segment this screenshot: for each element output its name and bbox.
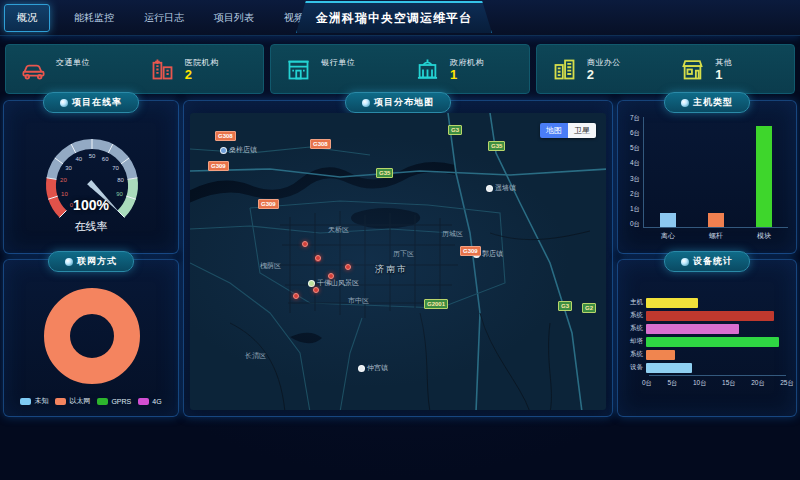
- stat-label: 其他: [715, 57, 732, 68]
- panel-title: 项目在线率: [72, 96, 122, 109]
- x-axis-labels: 离心 螺杆 模块: [644, 231, 788, 241]
- tab-project-list[interactable]: 项目列表: [214, 11, 254, 25]
- map-district-label: 槐荫区: [260, 261, 281, 271]
- stats-row: 交通单位 医院机构 2: [5, 44, 795, 94]
- device-row: 设备: [624, 361, 786, 374]
- project-marker[interactable]: [345, 264, 351, 270]
- device-row: 却塔: [624, 335, 786, 348]
- stat-transport: 交通单位: [6, 56, 135, 83]
- svg-text:40: 40: [75, 156, 82, 162]
- map-tint: [190, 113, 606, 410]
- bar-screw: [708, 213, 724, 228]
- device-stats-chart: 主机 系统 系统 却塔 系统 设备: [624, 296, 786, 374]
- poi-dot-icon: [308, 280, 315, 287]
- store-icon: [679, 56, 706, 83]
- road-badge: G309: [460, 246, 481, 256]
- road-badge: G2001: [424, 299, 448, 309]
- stats-icon: [681, 258, 689, 266]
- project-marker[interactable]: [293, 293, 299, 299]
- device-row: 主机: [624, 296, 786, 309]
- bar-modular: [756, 126, 772, 228]
- device-row: 系统: [624, 309, 786, 322]
- stat-hospital: 医院机构 2: [135, 56, 264, 83]
- government-icon: [414, 56, 441, 83]
- legend-swatch: [55, 398, 66, 405]
- panel-network-header: 联网方式: [48, 251, 134, 272]
- road-badge: G309: [208, 161, 229, 171]
- map-poi: 遥墙镇: [486, 183, 516, 193]
- svg-text:30: 30: [65, 165, 72, 171]
- map-mode-button[interactable]: 地图: [540, 123, 568, 138]
- bank-icon: [285, 56, 312, 83]
- legend-label: 4G: [152, 398, 161, 405]
- project-marker[interactable]: [328, 273, 334, 279]
- project-marker[interactable]: [302, 241, 308, 247]
- bar-device: [646, 363, 692, 373]
- bar-centrifugal: [660, 213, 676, 228]
- stat-bank: 银行单位: [271, 56, 400, 83]
- panel-online-rate-header: 项目在线率: [43, 92, 139, 113]
- road-badge: G309: [258, 199, 279, 209]
- road-badge: G3: [558, 301, 572, 311]
- legend-label: GPRS: [111, 398, 131, 405]
- network-legend: 未知 以太网 GPRS 4G: [4, 396, 178, 406]
- map-poi: 仲宫镇: [358, 363, 388, 373]
- stat-value: 2: [587, 68, 621, 82]
- device-row: 系统: [624, 322, 786, 335]
- svg-text:60: 60: [102, 156, 109, 162]
- project-marker[interactable]: [313, 287, 319, 293]
- stat-card-2: 银行单位 政府机构 1: [270, 44, 529, 94]
- panel-network-type: 联网方式 未知 以太网 GPRS 4G: [3, 259, 179, 417]
- legend-item-4g[interactable]: 4G: [138, 396, 161, 406]
- tab-energy-monitor[interactable]: 能耗监控: [74, 11, 114, 25]
- map-district-label: 长清区: [245, 351, 266, 361]
- bar-host: [646, 298, 698, 308]
- tab-overview[interactable]: 概况: [4, 4, 50, 32]
- tab-run-log[interactable]: 运行日志: [144, 11, 184, 25]
- stat-label: 交通单位: [56, 57, 90, 68]
- y-axis-ticks: 7台 6台 5台 4台 3台 2台 1台 0台: [620, 115, 640, 227]
- stat-label: 医院机构: [185, 57, 219, 68]
- legend-swatch: [20, 398, 31, 405]
- stat-label: 银行单位: [321, 57, 355, 68]
- legend-label: 以太网: [69, 396, 90, 406]
- map-layer-toggle: 地图 卫星: [540, 123, 596, 138]
- panel-project-map: 项目分布地图: [183, 100, 613, 417]
- stat-value: [56, 68, 90, 82]
- network-icon: [65, 258, 73, 266]
- office-icon: [551, 56, 578, 83]
- map-canvas[interactable]: 济南市 槐荫区 天桥区 历下区 市中区 历城区 长清区 桑梓店镇 遥墙镇 郭店镇: [190, 113, 606, 410]
- online-rate-caption: 在线率: [4, 219, 178, 234]
- poi-dot-icon: [486, 185, 493, 192]
- panel-host-type: 主机类型 7台 6台 5台 4台 3台 2台 1台 0台 离心 螺杆: [617, 100, 797, 254]
- legend-item-unknown[interactable]: 未知: [20, 396, 48, 406]
- svg-text:20: 20: [60, 177, 67, 183]
- panel-map-header: 项目分布地图: [345, 92, 451, 113]
- panel-online-rate: 项目在线率: [3, 100, 179, 254]
- map-district-label: 历下区: [393, 249, 414, 259]
- stat-card-3: 商业办公 2 其他 1: [536, 44, 795, 94]
- map-city-label: 济南市: [375, 263, 408, 276]
- poi-dot-icon: [220, 147, 227, 154]
- panel-device-header: 设备统计: [664, 251, 750, 272]
- road-badge: G35: [376, 168, 393, 178]
- legend-item-ethernet[interactable]: 以太网: [55, 396, 90, 406]
- road-badge: G308: [215, 131, 236, 141]
- poi-dot-icon: [358, 365, 365, 372]
- panel-device-stats: 设备统计 主机 系统 系统 却塔 系统: [617, 259, 797, 417]
- panel-title: 项目分布地图: [374, 96, 434, 109]
- satellite-mode-button[interactable]: 卫星: [568, 123, 596, 138]
- legend-item-gprs[interactable]: GPRS: [97, 396, 131, 406]
- road-badge: G3: [448, 125, 462, 135]
- car-icon: [20, 56, 47, 83]
- bar-system-2: [646, 324, 739, 334]
- stat-value: 1: [715, 68, 732, 82]
- stat-label: 商业办公: [587, 57, 621, 68]
- bar-system-3: [646, 350, 675, 360]
- project-marker[interactable]: [315, 255, 321, 261]
- map-district-label: 天桥区: [328, 225, 349, 235]
- panel-title: 设备统计: [693, 255, 733, 268]
- panel-title: 联网方式: [77, 255, 117, 268]
- road-badge: G2: [582, 303, 596, 313]
- stat-value: 2: [185, 68, 219, 82]
